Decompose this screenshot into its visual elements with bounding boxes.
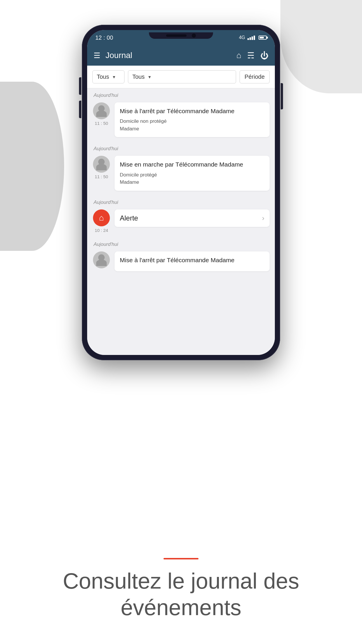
event-time-3: 10 : 24 (95, 228, 108, 233)
header-action-icons: ⌂ ☴ ⏻ (236, 51, 268, 60)
event-time-2: 11 : 50 (95, 174, 108, 179)
filter-category-select[interactable]: Tous ▼ (128, 70, 236, 83)
event-card-4[interactable]: Mise à l'arrêt par Télécommande Madame (115, 251, 270, 271)
event-avatar-1 (93, 102, 110, 119)
event-item-3: ⌂ 10 : 24 Alerte › (87, 208, 275, 237)
event-left-2: 11 : 50 (92, 156, 110, 179)
avatar-person-4 (93, 251, 110, 268)
avatar-body-4 (96, 260, 107, 266)
filter-category-label: Tous (132, 74, 145, 80)
status-icons: 4G (239, 35, 267, 40)
event-card-2[interactable]: Mise en marche par Télécommande Madame D… (115, 156, 270, 190)
events-scroll: Aujourd'hui 11 : 50 (87, 88, 275, 282)
filter-type-arrow: ▼ (112, 75, 116, 79)
date-separator-1: Aujourd'hui (87, 88, 275, 101)
event-avatar-2 (93, 156, 110, 173)
events-content: Aujourd'hui 11 : 50 (87, 88, 275, 355)
event-time-1: 11 : 50 (95, 121, 108, 126)
filter-category-arrow: ▼ (147, 75, 152, 79)
event-card-alert[interactable]: Alerte › (115, 209, 270, 227)
journal-icon[interactable]: ☴ (247, 51, 254, 60)
phone-screen: 12 : 00 4G (87, 30, 275, 355)
speaker (166, 34, 187, 37)
event-item-1: 11 : 50 Mise à l'arrêt par Télécommande … (87, 101, 275, 142)
red-divider (164, 558, 198, 559)
bg-decoration-top-right (280, 0, 362, 93)
period-filter-label: Période (245, 74, 265, 80)
signal-bar-1 (247, 38, 249, 40)
avatar-body-1 (96, 111, 107, 117)
power-button[interactable] (281, 83, 283, 109)
header-title: Journal (106, 51, 231, 60)
menu-icon[interactable]: ☰ (94, 51, 100, 60)
alert-chevron-icon: › (262, 214, 264, 222)
event-left-3: ⌂ 10 : 24 (92, 209, 110, 233)
date-separator-4: Aujourd'hui (87, 237, 275, 250)
volume-up-button[interactable] (79, 77, 81, 95)
signal-bars (247, 36, 255, 40)
signal-bar-3 (252, 36, 253, 40)
event-item-4: Mise à l'arrêt par Télécommande Madame (87, 250, 275, 276)
event-card-sub-2: Domicile protégé Madame (120, 171, 264, 186)
event-avatar-alert: ⌂ (93, 209, 110, 226)
avatar-body-2 (96, 164, 107, 170)
date-separator-3: Aujourd'hui (87, 195, 275, 208)
event-avatar-4 (93, 251, 110, 268)
filter-type-label: Tous (97, 74, 109, 80)
event-item-2: 11 : 50 Mise en marche par Télécommande … (87, 154, 275, 195)
signal-bar-2 (249, 37, 251, 40)
bg-decoration-left (0, 82, 64, 251)
power-icon[interactable]: ⏻ (260, 51, 268, 60)
app-header: ☰ Journal ⌂ ☴ ⏻ (87, 45, 275, 66)
alert-house-icon: ⌂ (99, 213, 104, 223)
event-card-1[interactable]: Mise à l'arrêt par Télécommande Madame D… (115, 102, 270, 137)
event-card-title-4: Mise à l'arrêt par Télécommande Madame (120, 256, 264, 264)
home-icon[interactable]: ⌂ (236, 51, 241, 60)
event-card-alert-title: Alerte (120, 214, 138, 222)
event-left-4 (92, 251, 110, 270)
signal-bar-4 (254, 36, 255, 40)
volume-down-button[interactable] (79, 101, 81, 118)
network-type: 4G (239, 35, 245, 40)
avatar-person-1 (93, 102, 110, 119)
event-left-1: 11 : 50 (92, 102, 110, 126)
bottom-section: Consultez le journal des événements (0, 558, 362, 621)
battery-icon (259, 36, 267, 40)
event-card-title-1: Mise à l'arrêt par Télécommande Madame (120, 107, 264, 115)
period-filter-button[interactable]: Période (240, 70, 270, 83)
avatar-person-2 (93, 156, 110, 173)
bottom-tagline: Consultez le journal des événements (0, 568, 362, 621)
battery-fill (260, 37, 264, 38)
phone-top-bar (149, 32, 213, 39)
phone-mockup: 12 : 00 4G (82, 25, 280, 360)
camera (192, 34, 196, 38)
event-card-sub-1: Domicile non protégé Madame (120, 118, 264, 132)
filter-bar: Tous ▼ Tous ▼ Période (87, 66, 275, 88)
filter-type-select[interactable]: Tous ▼ (92, 70, 124, 83)
event-card-title-2: Mise en marche par Télécommande Madame (120, 160, 264, 169)
status-time: 12 : 00 (95, 34, 113, 41)
phone-body: 12 : 00 4G (82, 25, 280, 360)
date-separator-2: Aujourd'hui (87, 142, 275, 154)
